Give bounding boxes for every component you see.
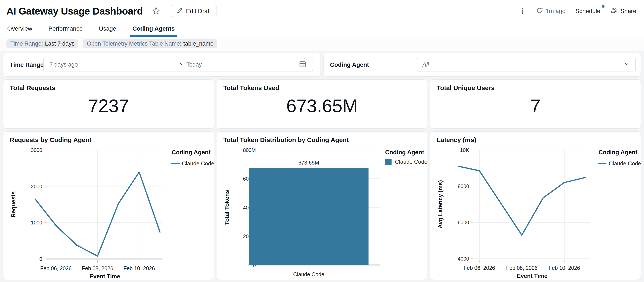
svg-text:Feb 06, 2026: Feb 06, 2026 (40, 265, 72, 271)
chip-label: Time Range: (10, 40, 43, 47)
svg-text:3000: 3000 (31, 147, 42, 153)
share-button[interactable]: Share (610, 7, 636, 16)
chart-latency: 40006000800010KFeb 06, 2026Feb 08, 2026F… (430, 131, 641, 280)
time-range-filter-label: Time Range (10, 53, 44, 77)
kpi-value: 7237 (88, 95, 129, 116)
tab-overview[interactable]: Overview (6, 22, 33, 37)
refresh-icon (536, 7, 543, 16)
svg-text:Claude Code: Claude Code (293, 271, 324, 277)
time-range-input[interactable]: 7 days ago Today (43, 58, 313, 71)
pencil-icon (176, 7, 183, 15)
svg-text:Feb 10, 2026: Feb 10, 2026 (549, 265, 580, 271)
range-end-value[interactable]: Today (186, 61, 202, 68)
favorite-button[interactable] (152, 7, 160, 16)
svg-text:Requests: Requests (10, 191, 17, 217)
svg-text:Coding Agent: Coding Agent (598, 149, 638, 156)
kpi-total-tokens-used: Total Tokens Used 673.65M (217, 79, 428, 128)
edit-draft-label: Edit Draft (186, 8, 211, 15)
coding-agent-selected-value: All (422, 61, 429, 68)
chart-title: Requests by Coding Agent (10, 136, 92, 144)
svg-text:Feb 10, 2026: Feb 10, 2026 (124, 265, 155, 271)
chart-token-distribution: 0200M400M600M800M673.65MClaude CodeTotal… (217, 131, 428, 280)
coding-agent-filter-card: Coding Agent All (324, 53, 641, 77)
kpi-total-requests: Total Requests 7237 (3, 79, 214, 128)
svg-text:6000: 6000 (458, 220, 469, 225)
tab-performance[interactable]: Performance (48, 22, 84, 37)
svg-text:Feb 08, 2026: Feb 08, 2026 (82, 265, 113, 271)
schedule-button[interactable]: Schedule (576, 8, 600, 15)
svg-text:800M: 800M (243, 147, 256, 153)
kpi-value: 7 (530, 95, 541, 116)
kpi-title: Total Tokens Used (223, 84, 279, 92)
star-icon (152, 7, 160, 16)
svg-text:Claude Code: Claude Code (182, 160, 214, 167)
coding-agent-select[interactable]: All (416, 58, 636, 71)
refresh-timestamp: 1m ago (546, 8, 566, 15)
kpi-title: Total Unique Users (437, 84, 494, 92)
kpi-total-unique-users: Total Unique Users 7 (430, 79, 641, 128)
svg-text:2000: 2000 (31, 183, 42, 189)
page-title: AI Gateway Usage Dashboard (6, 5, 143, 17)
chip-value: table_name (184, 40, 214, 47)
svg-text:673.65M: 673.65M (298, 160, 319, 166)
chip-label: Open Telemetry Metrics Table Name: (87, 40, 182, 47)
svg-text:8000: 8000 (458, 183, 469, 189)
time-range-filter-card: Time Range 7 days ago Today (3, 53, 321, 77)
table-name-chip[interactable]: Open Telemetry Metrics Table Name: table… (83, 39, 217, 48)
svg-text:Feb 06, 2026: Feb 06, 2026 (464, 265, 495, 271)
tab-usage[interactable]: Usage (98, 22, 117, 37)
edit-draft-button[interactable]: Edit Draft (170, 5, 217, 17)
chart-title: Latency (ms) (437, 136, 476, 144)
chip-value: Last 7 days (45, 40, 74, 47)
svg-text:Avg Latency (ms): Avg Latency (ms) (437, 180, 444, 228)
svg-text:4000: 4000 (458, 256, 469, 262)
kebab-menu-icon (519, 7, 526, 15)
svg-text:1000: 1000 (31, 220, 42, 225)
time-range-chip[interactable]: Time Range: Last 7 days (6, 39, 78, 48)
dashboard-page: AI Gateway Usage Dashboard Edit Draft (0, 0, 644, 282)
calendar-icon[interactable] (298, 60, 307, 70)
latency-line-chart: 40006000800010KFeb 06, 2026Feb 08, 2026F… (430, 131, 640, 280)
svg-text:Event Time: Event Time (517, 272, 548, 279)
coding-agent-filter-label: Coding Agent (330, 53, 369, 77)
svg-text:Claude Code: Claude Code (609, 160, 640, 167)
svg-text:Event Time: Event Time (90, 273, 120, 280)
share-label: Share (620, 8, 636, 15)
parameter-chip-strip: Time Range: Last 7 days Open Telemetry M… (0, 37, 644, 51)
refresh-button[interactable]: 1m ago (536, 7, 566, 16)
svg-text:10K: 10K (460, 147, 469, 153)
svg-text:Total Tokens: Total Tokens (224, 190, 230, 225)
kpi-value: 673.65M (286, 95, 358, 116)
svg-text:Claude Code: Claude Code (395, 159, 427, 165)
tab-coding-agents[interactable]: Coding Agents (132, 22, 176, 37)
tokens-bar-chart: 0200M400M600M800M673.65MClaude CodeTotal… (217, 131, 427, 280)
kebab-menu-button[interactable] (519, 7, 526, 15)
svg-text:Coding Agent: Coding Agent (385, 149, 424, 156)
dashboard-canvas: Time Range 7 days ago Today (0, 51, 644, 282)
chart-requests-by-coding-agent: 0100020003000Feb 06, 2026Feb 08, 2026Feb… (3, 131, 214, 280)
svg-text:0: 0 (40, 256, 42, 262)
chevron-down-icon (624, 61, 630, 69)
right-arrow-icon (174, 61, 184, 68)
header: AI Gateway Usage Dashboard Edit Draft (0, 0, 644, 22)
kpi-title: Total Requests (10, 84, 55, 92)
chart-title: Total Token Distribution by Coding Agent (223, 136, 349, 144)
tab-bar: Overview Performance Usage Coding Agents (0, 22, 644, 37)
schedule-notification-dot (602, 5, 604, 8)
requests-line-chart: 0100020003000Feb 06, 2026Feb 08, 2026Feb… (4, 131, 214, 280)
schedule-label: Schedule (576, 8, 600, 15)
svg-text:Feb 08, 2026: Feb 08, 2026 (506, 265, 538, 271)
share-people-icon (610, 7, 618, 16)
svg-text:Coding Agent: Coding Agent (172, 149, 210, 156)
range-start-value[interactable]: 7 days ago (50, 61, 174, 68)
